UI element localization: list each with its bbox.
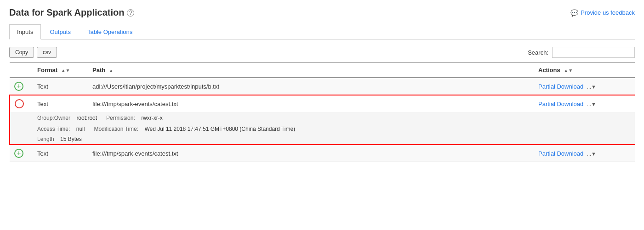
row2-collapse-icon[interactable]: − (15, 99, 24, 108)
data-table: Format ▲▼ Path ▲ Actions ▲▼ + Text (9, 62, 635, 162)
row2-actions: Partial Download ...▼ (534, 95, 635, 112)
csv-button[interactable]: csv (37, 47, 57, 58)
detail-row-3: Length 15 Bytes (10, 134, 635, 145)
row1-dropdown[interactable]: ...▼ (587, 84, 596, 90)
format-sort-icon: ▲▼ (61, 68, 70, 73)
search-input[interactable] (552, 47, 635, 58)
row2-format: Text (33, 95, 88, 112)
row2-partial-download[interactable]: Partial Download (538, 101, 583, 107)
row1-path: adl:///Users/ltian/project/mysparktest/i… (88, 78, 534, 95)
row3-actions: Partial Download ...▼ (534, 145, 635, 162)
help-icon[interactable]: ? (127, 9, 134, 17)
detail-access-label: Access Time: (37, 126, 70, 132)
feedback-label: Provide us feedback (581, 9, 635, 16)
toolbar: Copy csv Search: (9, 47, 635, 58)
detail-row-1: Group:Owner root:root Permission: rwxr-x… (10, 112, 635, 124)
row1-actions: Partial Download ...▼ (534, 78, 635, 95)
detail-modification-value: Wed Jul 11 2018 17:47:51 GMT+0800 (China… (144, 126, 295, 132)
row3-dropdown[interactable]: ...▼ (587, 151, 596, 157)
detail-permission-label: Permission: (106, 115, 135, 121)
row3-path: file:///tmp/spark-events/catest.txt (88, 145, 534, 162)
copy-button[interactable]: Copy (9, 47, 34, 58)
row3-expand-icon[interactable]: + (14, 149, 23, 158)
tab-table-operations[interactable]: Table Operations (80, 24, 140, 39)
detail-length-value: 15 Bytes (60, 136, 82, 142)
col-format[interactable]: Format ▲▼ (33, 63, 88, 78)
row2-expand-cell: − (10, 95, 33, 112)
detail-permission-value: rwxr-xr-x (141, 115, 163, 121)
col-path[interactable]: Path ▲ (88, 63, 534, 78)
search-label: Search: (528, 49, 548, 56)
table-row-selected: − Text file:///tmp/spark-events/catest.t… (10, 95, 635, 112)
detail-access-value: null (76, 126, 85, 132)
tab-inputs[interactable]: Inputs (9, 24, 41, 39)
detail-group-value: root:root (76, 115, 97, 121)
row1-expand-icon[interactable]: + (14, 82, 23, 91)
tab-outputs[interactable]: Outputs (42, 24, 79, 39)
detail-group-label: Group:Owner (37, 115, 70, 121)
row1-expand-cell: + (10, 78, 33, 95)
table-row: + Text file:///tmp/spark-events/catest.t… (10, 145, 635, 162)
actions-sort-icon: ▲▼ (564, 68, 573, 73)
detail-modification-label: Modification Time: (94, 126, 138, 132)
feedback-link[interactable]: 💬 Provide us feedback (570, 9, 635, 17)
row1-format: Text (33, 78, 88, 95)
tab-bar: Inputs Outputs Table Operations (9, 24, 635, 39)
row2-path: file:///tmp/spark-events/catest.txt (88, 95, 534, 112)
row3-format: Text (33, 145, 88, 162)
row3-partial-download[interactable]: Partial Download (538, 150, 583, 157)
path-sort-icon: ▲ (109, 68, 114, 73)
table-row: + Text adl:///Users/ltian/project/myspar… (10, 78, 635, 95)
feedback-icon: 💬 (570, 9, 578, 17)
row1-partial-download[interactable]: Partial Download (538, 83, 583, 90)
col-actions[interactable]: Actions ▲▼ (534, 63, 635, 78)
col-expand (10, 63, 33, 78)
page-title: Data for Spark Application (9, 7, 124, 18)
detail-length-label: Length (37, 136, 54, 142)
detail-row-2: Access Time: null Modification Time: Wed… (10, 124, 635, 134)
row2-dropdown[interactable]: ...▼ (587, 101, 596, 107)
row3-expand-cell: + (10, 145, 33, 162)
